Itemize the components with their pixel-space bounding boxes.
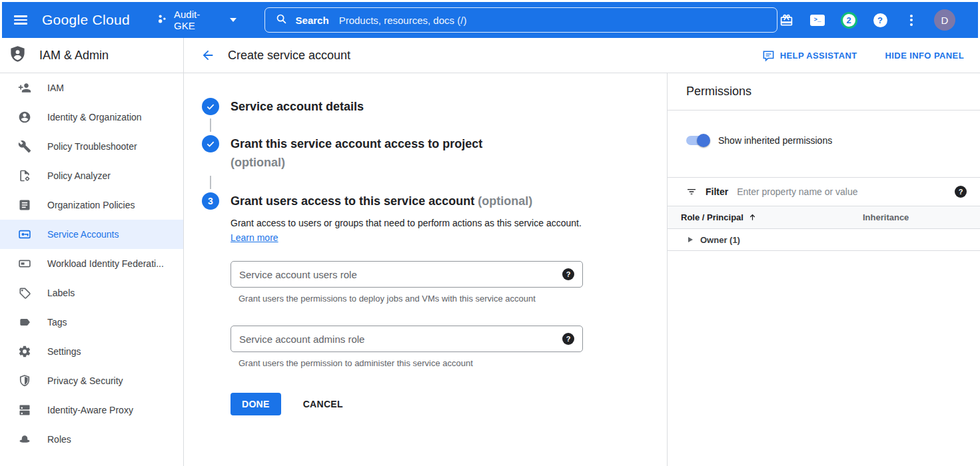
filter-label: Filter xyxy=(706,186,728,197)
sidebar-item-settings[interactable]: Settings xyxy=(0,337,183,366)
step3-description: Grant access to users or groups that nee… xyxy=(231,216,590,245)
info-panel: Permissions Show inherited permissions F… xyxy=(667,73,980,466)
search-placeholder: Products, resources, docs (/) xyxy=(339,15,467,26)
cloud-shell-icon[interactable]: >_ xyxy=(809,11,826,29)
help-icon[interactable]: ? xyxy=(871,11,889,29)
sidebar-item-labels[interactable]: Labels xyxy=(0,278,183,308)
page-title: Create service account xyxy=(228,49,350,63)
filter-input[interactable] xyxy=(737,186,946,197)
step3-number-badge: 3 xyxy=(202,192,219,210)
sidebar-item-identity-organization[interactable]: Identity & Organization xyxy=(0,103,183,132)
gear-icon xyxy=(18,345,31,358)
sidebar-nav: IAM Identity & Organization Policy Troub… xyxy=(0,73,183,454)
admins-role-help-icon[interactable]: ? xyxy=(562,333,574,345)
column-role-principal[interactable]: Role / Principal xyxy=(681,212,863,222)
arrow-left-icon xyxy=(201,48,215,63)
avatar[interactable]: D xyxy=(934,9,955,31)
expand-arrow-icon[interactable] xyxy=(688,237,693,242)
sidebar-item-tags[interactable]: Tags xyxy=(0,308,183,337)
label-icon xyxy=(18,286,31,300)
service-account-users-role-field[interactable]: ? xyxy=(231,261,583,288)
gift-icon[interactable] xyxy=(777,11,795,29)
done-button[interactable]: DONE xyxy=(231,393,281,415)
project-switcher[interactable]: Audit-GKE xyxy=(157,9,237,31)
id-card-icon xyxy=(18,257,31,270)
notification-count-badge: 2 xyxy=(841,12,857,29)
person-circle-icon xyxy=(18,111,31,124)
help-assistant-button[interactable]: HELP ASSISTANT xyxy=(762,49,857,62)
step-grant-users-access[interactable]: 3 Grant users access to this service acc… xyxy=(202,192,647,210)
info-panel-header: Permissions xyxy=(668,73,980,111)
permissions-table-header: Role / Principal Inheritance xyxy=(668,206,980,229)
permissions-title: Permissions xyxy=(686,85,751,99)
column-inheritance: Inheritance xyxy=(863,212,909,222)
users-role-help-icon[interactable]: ? xyxy=(562,268,574,280)
service-account-key-icon xyxy=(18,228,31,241)
sidebar-header: IAM & Admin xyxy=(0,38,183,73)
step-grant-project-access[interactable]: Grant this service account access to pro… xyxy=(202,135,647,172)
notifications-icon[interactable]: 2 xyxy=(840,11,857,29)
step1-check-icon xyxy=(202,98,219,115)
project-icon xyxy=(157,13,168,27)
search-label: Search xyxy=(296,15,329,26)
step-connector xyxy=(210,118,211,132)
table-row-owner[interactable]: Owner (1) xyxy=(668,229,980,251)
back-button[interactable] xyxy=(196,43,220,67)
chevron-down-icon xyxy=(230,18,237,22)
service-account-admins-role-field[interactable]: ? xyxy=(231,326,583,352)
search-icon xyxy=(276,13,287,27)
filter-help-icon[interactable]: ? xyxy=(955,186,967,198)
sidebar-item-service-accounts[interactable]: Service Accounts xyxy=(0,220,183,249)
toggle-label: Show inherited permissions xyxy=(718,135,832,146)
filter-icon xyxy=(686,186,697,197)
step-service-account-details[interactable]: Service account details xyxy=(202,98,647,115)
wrench-icon xyxy=(18,140,31,153)
create-service-account-wizard: Service account details Grant this servi… xyxy=(184,73,667,466)
tag-icon xyxy=(18,316,31,329)
admins-role-helper-text: Grant users the permission to administer… xyxy=(239,357,558,370)
permissions-filter-row: Filter ? xyxy=(668,178,980,206)
search-input[interactable]: Search Products, resources, docs (/) xyxy=(264,7,777,33)
top-app-bar: Google Cloud Audit-GKE Search Products, … xyxy=(2,2,978,38)
sidebar-item-iam[interactable]: IAM xyxy=(0,73,183,103)
hat-icon xyxy=(18,433,31,446)
document-gear-icon xyxy=(18,169,31,182)
project-name: Audit-GKE xyxy=(174,9,221,31)
learn-more-link[interactable]: Learn more xyxy=(231,232,278,243)
sidebar-item-organization-policies[interactable]: Organization Policies xyxy=(0,190,183,220)
sidebar-item-workload-identity-federation[interactable]: Workload Identity Federati... xyxy=(0,249,183,278)
google-cloud-logo[interactable]: Google Cloud xyxy=(42,12,130,28)
sidebar-item-identity-aware-proxy[interactable]: Identity-Aware Proxy xyxy=(0,395,183,425)
step-connector xyxy=(210,176,211,189)
person-add-icon xyxy=(18,81,31,95)
topbar-actions: >_ 2 ? D xyxy=(777,9,955,31)
proxy-layers-icon xyxy=(18,403,31,417)
hide-info-panel-button[interactable]: HIDE INFO PANEL xyxy=(885,51,964,61)
sort-ascending-icon xyxy=(748,213,757,222)
chat-icon xyxy=(762,49,775,62)
service-account-users-role-input[interactable] xyxy=(239,269,562,280)
service-account-admins-role-input[interactable] xyxy=(239,334,562,345)
show-inherited-permissions-toggle[interactable] xyxy=(686,136,709,145)
users-role-helper-text: Grant users the permissions to deploy jo… xyxy=(239,293,558,306)
sidebar-item-policy-troubleshooter[interactable]: Policy Troubleshooter xyxy=(0,132,183,161)
step2-optional: (optional) xyxy=(231,152,482,172)
document-icon xyxy=(18,198,31,212)
sidebar: IAM & Admin IAM Identity & Organization … xyxy=(0,38,184,466)
step2-check-icon xyxy=(202,135,219,152)
page-header: Create service account HELP ASSISTANT HI… xyxy=(184,38,980,73)
cancel-button[interactable]: CANCEL xyxy=(303,399,343,409)
iam-admin-shield-icon xyxy=(9,45,27,66)
hamburger-menu-icon[interactable] xyxy=(14,15,27,25)
sidebar-item-privacy-security[interactable]: Privacy & Security xyxy=(0,366,183,395)
sidebar-item-roles[interactable]: Roles xyxy=(0,425,183,454)
inherited-permissions-toggle-row: Show inherited permissions xyxy=(668,111,980,178)
sidebar-item-policy-analyzer[interactable]: Policy Analyzer xyxy=(0,161,183,190)
sidebar-title: IAM & Admin xyxy=(39,49,109,63)
shield-icon xyxy=(18,374,31,387)
more-options-icon[interactable] xyxy=(903,11,920,29)
